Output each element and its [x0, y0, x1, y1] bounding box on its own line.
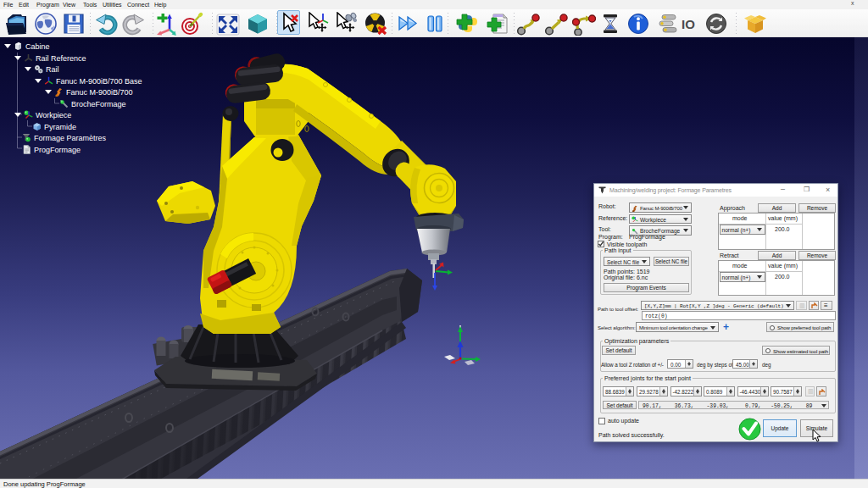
svg-text:IO: IO [682, 17, 695, 31]
